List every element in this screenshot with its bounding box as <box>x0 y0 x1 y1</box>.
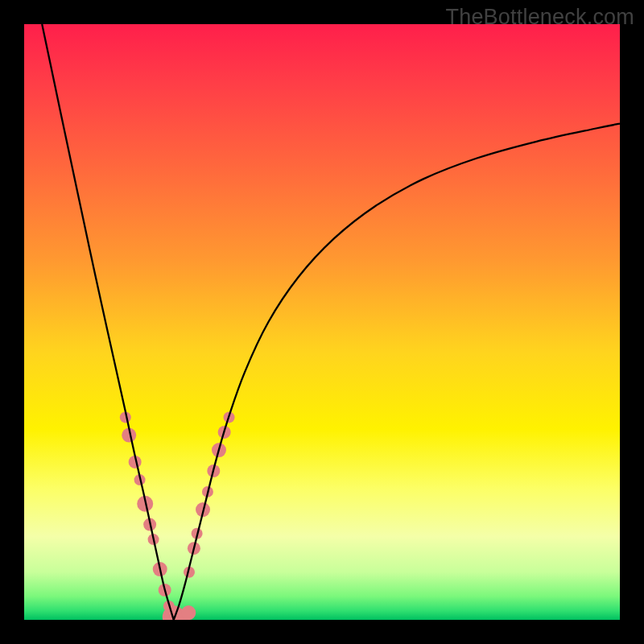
pink-markers-group <box>120 411 235 620</box>
curve-layer <box>24 24 620 620</box>
right-branch-curve <box>174 124 620 620</box>
chart-frame: TheBottleneck.com <box>0 0 644 644</box>
marker-dot <box>181 605 196 620</box>
plot-area <box>24 24 620 620</box>
watermark-text: TheBottleneck.com <box>445 5 634 30</box>
left-branch-curve <box>42 24 174 620</box>
